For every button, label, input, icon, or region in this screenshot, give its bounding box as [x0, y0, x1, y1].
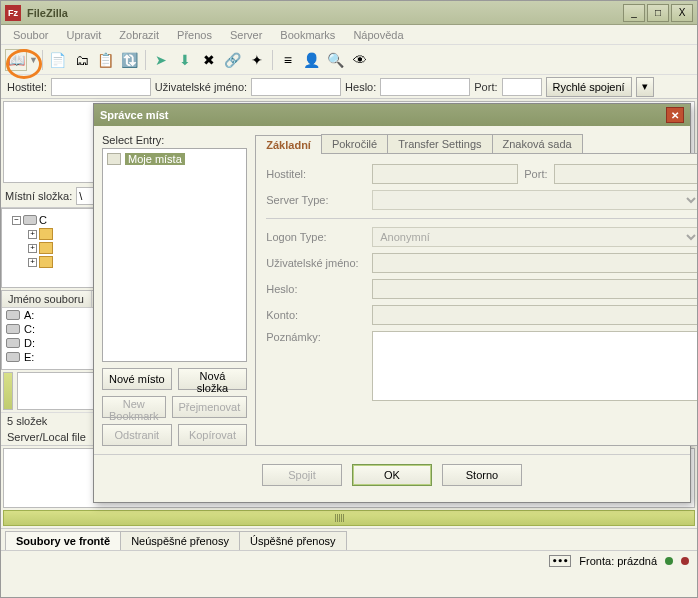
folder-icon	[39, 256, 53, 268]
quickconnect-bar: Hostitel: Uživatelské jméno: Heslo: Port…	[1, 75, 697, 99]
pass-input	[372, 279, 698, 299]
account-input	[372, 305, 698, 325]
menu-edit[interactable]: Upravit	[58, 27, 109, 43]
tab-failed[interactable]: Neúspěšné přenosy	[120, 531, 240, 550]
comments-textarea[interactable]	[372, 331, 698, 401]
compare-button[interactable]: ≡	[277, 49, 299, 71]
folder-icon	[107, 153, 121, 165]
general-form: Hostitel: Port: Server Type: Logon Type:…	[255, 154, 698, 446]
account-label: Konto:	[266, 309, 366, 321]
drive-icon	[6, 352, 20, 362]
folder-icon	[39, 242, 53, 254]
activity-led-recv	[665, 557, 673, 565]
activity-led-send	[681, 557, 689, 565]
server-type-label: Server Type:	[266, 194, 366, 206]
collapse-icon[interactable]: −	[12, 216, 21, 225]
close-button[interactable]: X	[671, 4, 693, 22]
drive-c[interactable]: C:	[24, 323, 35, 335]
site-tree-root[interactable]: Moje místa	[125, 153, 185, 165]
qc-host-label: Hostitel:	[7, 81, 47, 93]
delete-button: Odstranit	[102, 424, 172, 446]
pass-label: Heslo:	[266, 283, 366, 295]
dialog-tabs: Základní Pokročilé Transfer Settings Zna…	[255, 134, 698, 154]
tab-advanced[interactable]: Pokročilé	[321, 134, 388, 153]
qc-pass-input[interactable]	[380, 78, 470, 96]
app-title: FileZilla	[27, 7, 623, 19]
cancel-button-tb[interactable]: ⬇	[174, 49, 196, 71]
toggle-log-button[interactable]: 📄	[47, 49, 69, 71]
menu-view[interactable]: Zobrazit	[111, 27, 167, 43]
tab-success[interactable]: Úspěšné přenosy	[239, 531, 347, 550]
expand-icon[interactable]: +	[28, 258, 37, 267]
tab-general[interactable]: Základní	[255, 135, 322, 154]
process-queue-button[interactable]: ➤	[150, 49, 172, 71]
folder-icon	[39, 228, 53, 240]
tab-queued[interactable]: Soubory ve frontě	[5, 531, 121, 550]
menu-file[interactable]: Soubor	[5, 27, 56, 43]
drive-icon	[6, 310, 20, 320]
port-label: Port:	[524, 168, 547, 180]
dialog-footer: Spojit OK Storno	[94, 454, 690, 494]
cancel-button[interactable]: Storno	[442, 464, 522, 486]
toggle-queue-button[interactable]: 📋	[95, 49, 117, 71]
menu-help[interactable]: Nápověda	[345, 27, 411, 43]
menu-transfer[interactable]: Přenos	[169, 27, 220, 43]
qc-dropdown-button[interactable]: ▾	[636, 77, 654, 97]
binoculars-button[interactable]: 👁	[349, 49, 371, 71]
tab-charset[interactable]: Znaková sada	[492, 134, 583, 153]
logon-type-label: Logon Type:	[266, 231, 366, 243]
expand-icon[interactable]: +	[28, 230, 37, 239]
tree-node[interactable]: C	[39, 214, 47, 226]
ok-button[interactable]: OK	[352, 464, 432, 486]
sync-browse-button[interactable]: 👤	[301, 49, 323, 71]
dropdown-arrow-icon[interactable]: ▼	[29, 55, 38, 65]
connect-button: Spojit	[262, 464, 342, 486]
new-site-button[interactable]: Nové místo	[102, 368, 172, 390]
statusbar: ••• Fronta: prázdná	[1, 550, 697, 570]
disconnect-button[interactable]: ✖	[198, 49, 220, 71]
search-button[interactable]: 🔍	[325, 49, 347, 71]
maximize-button[interactable]: □	[647, 4, 669, 22]
drive-e[interactable]: E:	[24, 351, 34, 363]
expand-icon[interactable]: +	[28, 244, 37, 253]
drive-a[interactable]: A:	[24, 309, 34, 321]
filter-button[interactable]: ✦	[246, 49, 268, 71]
drive-d[interactable]: D:	[24, 337, 35, 349]
host-label: Hostitel:	[266, 168, 366, 180]
reconnect-button[interactable]: 🔗	[222, 49, 244, 71]
queue-status-icon: •••	[549, 555, 571, 567]
toggle-tree-button[interactable]: 🗂	[71, 49, 93, 71]
col-filename[interactable]: Jméno souboru	[2, 291, 92, 307]
qc-host-input[interactable]	[51, 78, 151, 96]
dialog-title: Správce míst	[100, 109, 168, 121]
main-window: Fz FileZilla _ □ X Soubor Upravit Zobraz…	[0, 0, 698, 598]
site-tree[interactable]: Moje místa	[102, 148, 247, 362]
dialog-right-panel: Základní Pokročilé Transfer Settings Zna…	[255, 134, 698, 446]
qc-user-input[interactable]	[251, 78, 341, 96]
qc-connect-button[interactable]: Rychlé spojení	[546, 77, 632, 97]
queue-scrollbar[interactable]	[3, 510, 695, 526]
user-label: Uživatelské jméno:	[266, 257, 366, 269]
qc-user-label: Uživatelské jméno:	[155, 81, 247, 93]
toolbar: 📖 ▼ 📄 🗂 📋 🔃 ➤ ⬇ ✖ 🔗 ✦ ≡ 👤 🔍 👁	[1, 45, 697, 75]
app-icon: Fz	[5, 5, 21, 21]
copy-button: Kopírovat	[178, 424, 248, 446]
site-manager-button[interactable]: 📖	[5, 49, 27, 71]
minimize-button[interactable]: _	[623, 4, 645, 22]
user-input	[372, 253, 698, 273]
tab-transfer[interactable]: Transfer Settings	[387, 134, 492, 153]
local-folder-label: Místní složka:	[5, 190, 72, 202]
menu-bookmarks[interactable]: Bookmarks	[272, 27, 343, 43]
logon-type-select: Anonymní	[372, 227, 698, 247]
refresh-button[interactable]: 🔃	[119, 49, 141, 71]
qc-port-input[interactable]	[502, 78, 542, 96]
scroll-left-icon[interactable]	[3, 372, 13, 410]
dialog-close-button[interactable]: ✕	[666, 107, 684, 123]
new-folder-button[interactable]: Nová složka	[178, 368, 248, 390]
titlebar: Fz FileZilla _ □ X	[1, 1, 697, 25]
dialog-left-panel: Select Entry: Moje místa Nové místo Nová…	[102, 134, 247, 446]
host-input	[372, 164, 518, 184]
site-manager-dialog: Správce míst ✕ Select Entry: Moje místa …	[93, 103, 691, 503]
menu-server[interactable]: Server	[222, 27, 270, 43]
qc-port-label: Port:	[474, 81, 497, 93]
